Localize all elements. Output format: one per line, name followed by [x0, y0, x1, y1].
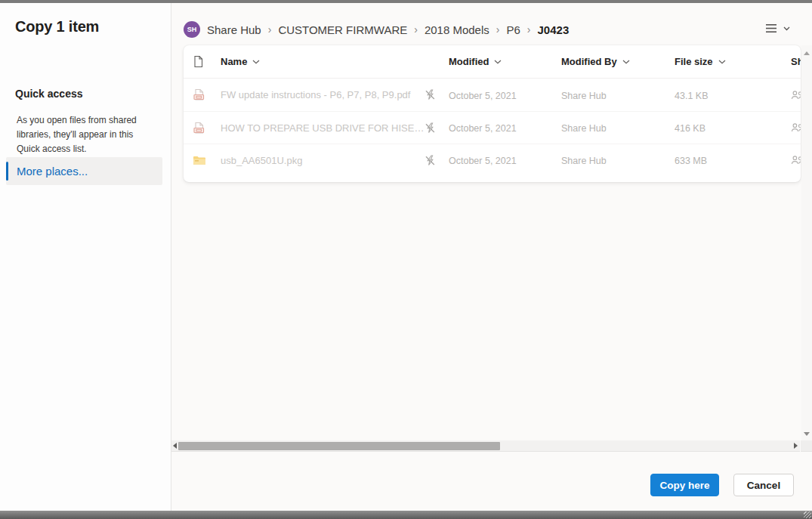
breadcrumb-separator: › — [496, 23, 500, 36]
not-selectable-icon — [425, 122, 436, 134]
window-bottom-edge — [0, 511, 812, 519]
file-row[interactable]: FW update instructions - P6, P7, P8, P9.… — [184, 79, 801, 111]
site-avatar: SH — [184, 21, 200, 38]
quick-access-heading: Quick access — [15, 88, 83, 100]
copy-here-button[interactable]: Copy here — [650, 474, 719, 496]
file-size: 43.1 KB — [675, 91, 708, 101]
breadcrumb-item[interactable]: Share Hub — [207, 23, 261, 36]
folder-icon — [193, 155, 206, 166]
modified-date: October 5, 2021 — [449, 156, 517, 166]
pdf-file-icon — [193, 88, 205, 101]
breadcrumb-separator: › — [414, 23, 418, 36]
sort-chevron-icon — [252, 60, 260, 64]
breadcrumb-item[interactable]: J0423 — [538, 23, 570, 36]
column-header-sharing[interactable]: Sharing — [791, 56, 801, 67]
breadcrumb-separator: › — [268, 23, 272, 36]
modified-by: Share Hub — [561, 156, 607, 166]
sort-chevron-icon — [622, 60, 630, 64]
scroll-right-arrow[interactable] — [794, 443, 798, 449]
main-panel: SH Share Hub›CUSTOMER FIRMWARE›2018 Mode… — [171, 3, 812, 511]
view-options-button[interactable] — [765, 23, 790, 33]
not-selectable-icon — [425, 155, 436, 166]
scroll-down-arrow[interactable] — [804, 432, 810, 436]
sort-chevron-icon — [718, 60, 726, 64]
pdf-file-icon — [193, 122, 205, 134]
file-row[interactable]: HOW TO PREPARE USB DRIVE FOR HISEN… Octo… — [184, 111, 801, 144]
not-selectable-icon — [425, 89, 436, 100]
dialog-title: Copy 1 item — [15, 18, 99, 36]
breadcrumb: SH Share Hub›CUSTOMER FIRMWARE›2018 Mode… — [184, 20, 569, 39]
scroll-up-arrow[interactable] — [804, 51, 810, 55]
horizontal-scrollbar[interactable] — [171, 440, 800, 452]
document-icon — [193, 55, 204, 68]
file-list: Name Modified — [184, 45, 801, 182]
modified-by: Share Hub — [561, 91, 607, 101]
breadcrumb-separator: › — [527, 23, 531, 36]
file-name: usb_AA6501U.pkg — [221, 155, 425, 166]
breadcrumb-item[interactable]: 2018 Models — [425, 23, 489, 36]
file-row[interactable]: usb_AA6501U.pkg October 5, 2021 Share Hu… — [184, 144, 801, 176]
column-header-name[interactable]: Name — [221, 56, 260, 67]
shared-people-icon — [791, 155, 801, 165]
copy-dialog: Copy 1 item Quick access As you open fil… — [0, 3, 812, 511]
shared-people-icon — [791, 122, 801, 133]
horizontal-scrollbar-thumb[interactable] — [178, 442, 500, 450]
column-header-modified[interactable]: Modified — [449, 56, 561, 67]
file-name: HOW TO PREPARE USB DRIVE FOR HISEN… — [221, 122, 425, 134]
scrollbar-corner — [801, 440, 812, 452]
modified-date: October 5, 2021 — [449, 123, 517, 134]
file-size: 633 MB — [675, 156, 707, 166]
breadcrumb-item[interactable]: CUSTOMER FIRMWARE — [278, 23, 407, 36]
quick-access-description: As you open files from shared libraries,… — [17, 113, 145, 156]
modified-by: Share Hub — [561, 123, 607, 134]
column-header-modified-by[interactable]: Modified By — [561, 56, 675, 67]
column-header-file-size[interactable]: File size — [675, 56, 791, 67]
breadcrumb-item[interactable]: P6 — [506, 23, 520, 36]
file-size: 416 KB — [675, 123, 705, 134]
resize-grip[interactable] — [804, 511, 811, 518]
vertical-scrollbar[interactable] — [801, 45, 812, 440]
selected-indicator-bar — [6, 162, 8, 181]
sidebar-item-more-places[interactable]: More places... — [6, 157, 162, 185]
modified-date: October 5, 2021 — [449, 91, 517, 101]
file-name: FW update instructions - P6, P7, P8, P9.… — [221, 89, 425, 100]
file-list-header: Name Modified — [184, 45, 801, 79]
chevron-down-icon — [783, 26, 790, 31]
column-header-type — [184, 55, 221, 68]
sort-chevron-icon — [494, 60, 502, 64]
cancel-button[interactable]: Cancel — [733, 474, 794, 496]
sidebar: Copy 1 item Quick access As you open fil… — [0, 3, 171, 511]
scroll-left-arrow[interactable] — [173, 443, 177, 449]
list-view-icon — [765, 23, 778, 33]
shared-people-icon — [791, 90, 801, 100]
more-places-label: More places... — [17, 165, 88, 178]
